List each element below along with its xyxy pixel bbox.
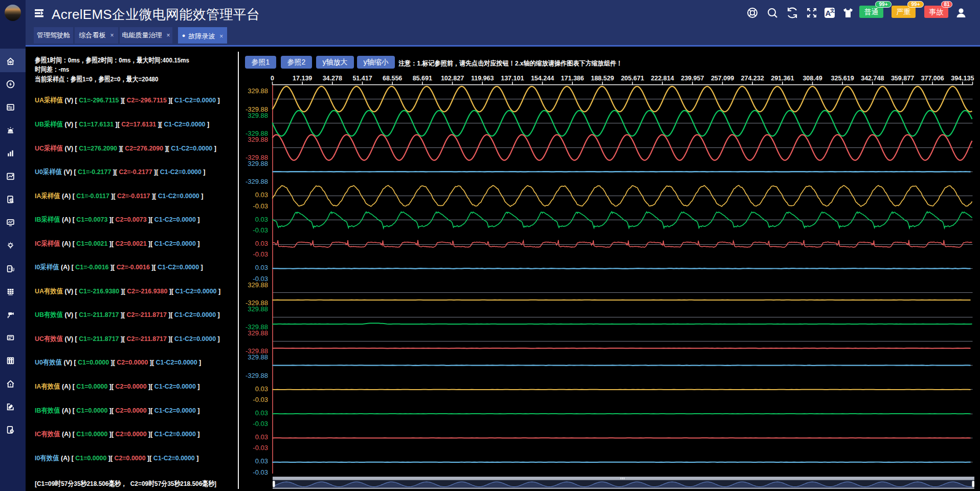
svg-text:0.03: 0.03 <box>255 240 268 247</box>
svg-text:329.88: 329.88 <box>248 329 268 337</box>
svg-text:274.232: 274.232 <box>741 75 764 82</box>
svg-text:329.88: 329.88 <box>248 160 268 167</box>
svg-text:205.671: 205.671 <box>621 75 644 82</box>
svg-text:188.529: 188.529 <box>591 75 614 82</box>
svg-text:119.963: 119.963 <box>471 75 494 82</box>
svg-text:329.88: 329.88 <box>248 136 268 143</box>
svg-text:377.006: 377.006 <box>921 75 944 82</box>
svg-text:-0.03: -0.03 <box>253 468 268 476</box>
svg-text:291.361: 291.361 <box>771 75 794 82</box>
svg-text:68.556: 68.556 <box>383 75 402 82</box>
svg-text:0.03: 0.03 <box>255 264 268 271</box>
svg-text:17.139: 17.139 <box>293 75 312 82</box>
svg-text:0.03: 0.03 <box>255 216 268 223</box>
svg-text:329.88: 329.88 <box>248 305 268 313</box>
svg-text:171.386: 171.386 <box>561 75 584 82</box>
svg-text:359.877: 359.877 <box>891 75 914 82</box>
svg-text:-329.88: -329.88 <box>246 372 268 379</box>
svg-text:85.691: 85.691 <box>413 75 432 82</box>
svg-text:222.814: 222.814 <box>651 75 674 82</box>
svg-text:文: 文 <box>830 8 835 13</box>
svg-text:0.03: 0.03 <box>255 433 268 441</box>
svg-text:329.88: 329.88 <box>248 87 268 95</box>
svg-text:329.88: 329.88 <box>248 281 268 289</box>
svg-text:257.099: 257.099 <box>711 75 734 82</box>
svg-text:-0.03: -0.03 <box>253 226 268 234</box>
svg-text:-0.03: -0.03 <box>253 444 268 452</box>
svg-text:51.417: 51.417 <box>352 75 372 82</box>
svg-text:137.101: 137.101 <box>501 75 524 82</box>
svg-text:0.03: 0.03 <box>255 385 268 393</box>
svg-text:34.278: 34.278 <box>323 75 342 82</box>
svg-text:-0.03: -0.03 <box>253 202 268 210</box>
svg-text:-329.88: -329.88 <box>246 178 268 185</box>
svg-text:308.49: 308.49 <box>803 75 822 82</box>
svg-text:-0.03: -0.03 <box>253 420 268 428</box>
svg-text:0.03: 0.03 <box>255 409 268 417</box>
svg-text:154.244: 154.244 <box>531 75 554 82</box>
svg-text:-0.03: -0.03 <box>253 396 268 403</box>
svg-text:0.03: 0.03 <box>255 191 268 199</box>
svg-text:102.827: 102.827 <box>441 75 464 82</box>
svg-text:394.135: 394.135 <box>951 75 974 82</box>
svg-text:239.957: 239.957 <box>681 75 704 82</box>
svg-text:325.619: 325.619 <box>831 75 854 82</box>
svg-text:0.03: 0.03 <box>255 457 268 465</box>
svg-text:329.88: 329.88 <box>248 112 268 119</box>
svg-text:342.748: 342.748 <box>861 75 884 82</box>
svg-text:0: 0 <box>271 75 274 82</box>
svg-text:-0.03: -0.03 <box>253 250 268 258</box>
svg-text:329.88: 329.88 <box>248 353 268 361</box>
